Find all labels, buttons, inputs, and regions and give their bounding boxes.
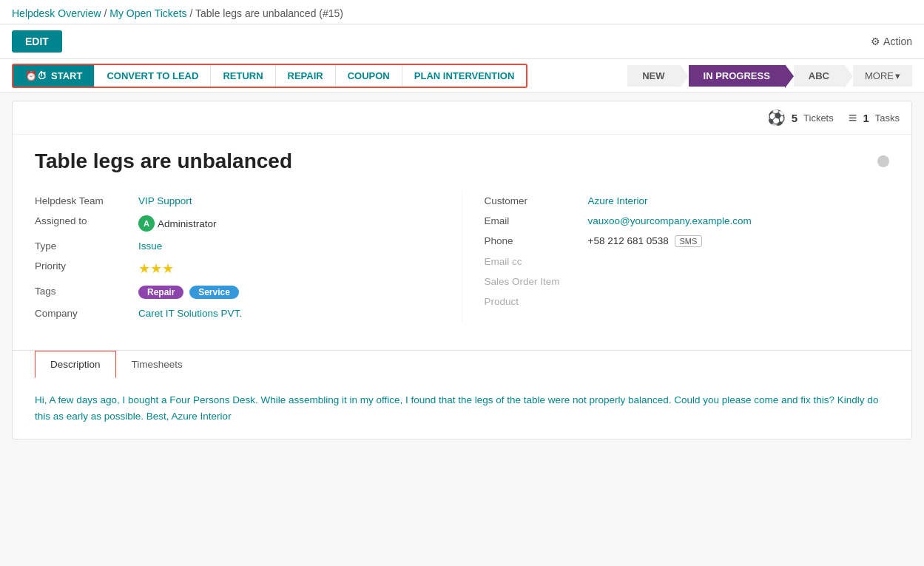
- chevron-down-icon: ▾: [895, 70, 900, 81]
- pipeline-arrow-new: [680, 64, 689, 88]
- email-cc-label: Email cc: [485, 256, 581, 267]
- breadcrumb: Helpdesk Overview / My Open Tickets / Ta…: [12, 7, 343, 19]
- pipeline-arrow-in-progress: [785, 64, 794, 88]
- tags-row: Tags Repair Service: [35, 281, 439, 303]
- priority-label: Priority: [35, 260, 131, 272]
- convert-to-lead-button[interactable]: CONVERT TO LEAD: [95, 65, 211, 87]
- company-value[interactable]: Caret IT Solutions PVT.: [138, 308, 242, 319]
- breadcrumb-open-tickets[interactable]: My Open Tickets: [109, 7, 186, 19]
- start-button[interactable]: ⏱ START: [13, 65, 95, 87]
- email-label: Email: [485, 215, 581, 226]
- tasks-stat[interactable]: ≡ 1 Tasks: [849, 109, 900, 127]
- pipeline-in-progress[interactable]: IN PROGRESS: [689, 65, 785, 87]
- action-toolbar: ⏱ START CONVERT TO LEAD RETURN REPAIR CO…: [0, 59, 924, 93]
- sales-order-row: Sales Order Item: [485, 272, 890, 292]
- helpdesk-team-label: Helpdesk Team: [35, 195, 131, 206]
- pipeline-more[interactable]: MORE ▾: [853, 65, 912, 87]
- product-label: Product: [485, 296, 581, 307]
- ticket-body: Table legs are unbalanced Helpdesk Team …: [13, 135, 911, 338]
- edit-button[interactable]: EDIT: [12, 30, 62, 53]
- pipeline-arrow-abc: [844, 64, 853, 88]
- pipeline-abc[interactable]: ABC: [794, 65, 844, 87]
- company-row: Company Caret IT Solutions PVT.: [35, 303, 439, 323]
- tickets-stat[interactable]: ⚽ 5 Tickets: [767, 109, 834, 127]
- tag-repair[interactable]: Repair: [138, 286, 183, 299]
- priority-stars[interactable]: ★★★: [138, 260, 174, 277]
- sales-order-label: Sales Order Item: [485, 276, 581, 287]
- assigned-to-value[interactable]: A Administrator: [138, 215, 217, 232]
- tickets-icon: ⚽: [767, 109, 786, 127]
- tabs-section: Description Timesheets: [13, 350, 911, 377]
- phone-label: Phone: [485, 235, 581, 246]
- status-pipeline: NEW IN PROGRESS ABC MORE ▾: [627, 64, 912, 88]
- avatar: A: [138, 215, 155, 232]
- customer-row: Customer Azure Interior: [485, 191, 890, 211]
- description-body: Hi, A few days ago, I bought a Four Pers…: [13, 377, 911, 439]
- customer-label: Customer: [485, 195, 581, 206]
- tags-value: Repair Service: [138, 286, 242, 299]
- clock-icon: ⏱: [25, 70, 47, 81]
- breadcrumb-current: Table legs are unbalanced (#15): [195, 7, 343, 19]
- tag-service[interactable]: Service: [189, 286, 239, 299]
- helpdesk-team-row: Helpdesk Team VIP Support: [35, 191, 439, 211]
- ticket-title: Table legs are unbalanced: [35, 149, 292, 173]
- stats-bar: ⚽ 5 Tickets ≡ 1 Tasks: [13, 101, 911, 135]
- tab-description[interactable]: Description: [35, 351, 116, 378]
- assigned-to-row: Assigned to A Administrator: [35, 211, 439, 236]
- breadcrumb-bar: Helpdesk Overview / My Open Tickets / Ta…: [0, 0, 924, 24]
- priority-row: Priority ★★★: [35, 256, 439, 281]
- description-text: Hi, A few days ago, I bought a Four Pers…: [35, 392, 889, 424]
- fields-grid: Helpdesk Team VIP Support Assigned to A …: [35, 191, 889, 323]
- assigned-to-label: Assigned to: [35, 215, 131, 226]
- content-area: ⚽ 5 Tickets ≡ 1 Tasks Table legs are unb…: [12, 101, 912, 439]
- sms-button[interactable]: SMS: [675, 235, 703, 247]
- status-indicator: [877, 155, 889, 167]
- tags-label: Tags: [35, 286, 131, 297]
- tasks-icon: ≡: [849, 110, 857, 127]
- ticket-title-row: Table legs are unbalanced: [35, 149, 889, 173]
- product-row: Product: [485, 292, 890, 311]
- repair-button[interactable]: REPAIR: [276, 65, 336, 87]
- type-value[interactable]: Issue: [138, 240, 162, 252]
- email-cc-row: Email cc: [485, 252, 890, 272]
- email-row: Email vauxoo@yourcompany.example.com: [485, 211, 890, 231]
- tabs: Description Timesheets: [35, 351, 889, 377]
- action-buttons-group: ⏱ START CONVERT TO LEAD RETURN REPAIR CO…: [12, 64, 527, 88]
- return-button[interactable]: RETURN: [211, 65, 275, 87]
- coupon-button[interactable]: COUPON: [336, 65, 402, 87]
- helpdesk-team-value[interactable]: VIP Support: [138, 195, 192, 206]
- left-fields: Helpdesk Team VIP Support Assigned to A …: [35, 191, 462, 323]
- breadcrumb-helpdesk[interactable]: Helpdesk Overview: [12, 7, 101, 19]
- phone-value: +58 212 681 0538 SMS: [588, 235, 703, 247]
- type-label: Type: [35, 240, 131, 252]
- phone-row: Phone +58 212 681 0538 SMS: [485, 231, 890, 252]
- type-row: Type Issue: [35, 236, 439, 256]
- gear-icon: ⚙: [871, 36, 880, 47]
- action-button[interactable]: ⚙ Action: [871, 36, 912, 47]
- email-value[interactable]: vauxoo@yourcompany.example.com: [588, 215, 752, 226]
- pipeline-new[interactable]: NEW: [627, 65, 679, 87]
- company-label: Company: [35, 308, 131, 319]
- right-fields: Customer Azure Interior Email vauxoo@you…: [462, 191, 890, 323]
- tab-timesheets[interactable]: Timesheets: [116, 351, 198, 378]
- plan-intervention-button[interactable]: PLAN INTERVENTION: [402, 65, 527, 87]
- toolbar: EDIT ⚙ Action: [0, 24, 924, 59]
- customer-value[interactable]: Azure Interior: [588, 195, 648, 206]
